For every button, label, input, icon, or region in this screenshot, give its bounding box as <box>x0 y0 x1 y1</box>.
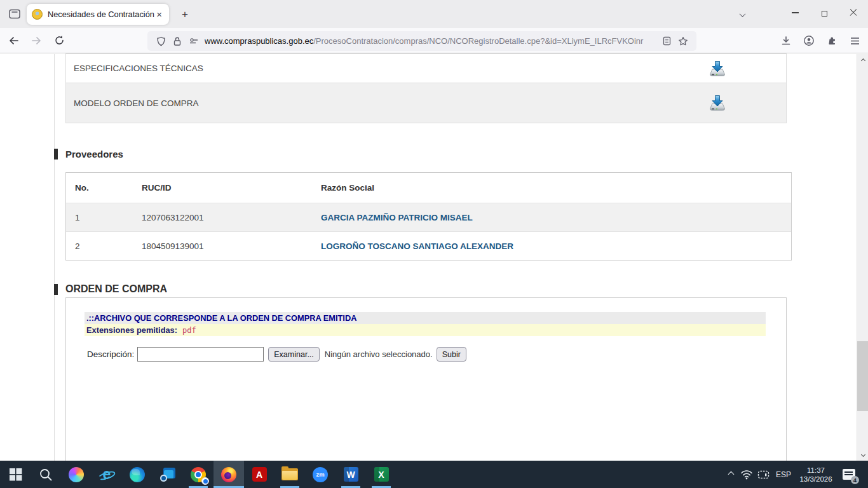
account-icon <box>803 35 815 46</box>
forward-icon <box>31 36 42 46</box>
url-text[interactable]: www.compraspublicas.gob.ec/ProcesoContra… <box>205 36 658 46</box>
column-header-razon: Razón Social <box>312 183 791 193</box>
document-row: MODELO ORDEN DE COMPRA <box>66 83 786 123</box>
maximize-button[interactable] <box>810 0 839 25</box>
provider-name-link[interactable]: GARCIA PAZMIÑO PATRICIO MISAEL <box>312 213 791 222</box>
chrome-profile-badge <box>201 477 209 485</box>
system-tray: ESP 11:37 13/3/2026 4 <box>723 461 868 488</box>
windows-logo-icon <box>9 468 22 481</box>
minimize-button[interactable] <box>780 0 810 25</box>
taskbar-firefox-active[interactable] <box>214 461 244 488</box>
close-icon <box>850 9 857 17</box>
taskbar-word[interactable]: W <box>336 461 366 488</box>
notification-center-button[interactable]: 4 <box>836 461 862 488</box>
menu-button[interactable] <box>844 31 865 50</box>
back-button[interactable] <box>4 31 23 50</box>
bookmark-star-icon[interactable] <box>675 33 691 50</box>
close-window-button[interactable] <box>839 0 868 25</box>
taskbar-excel[interactable]: X <box>366 461 397 488</box>
taskbar-file-explorer[interactable] <box>275 461 305 488</box>
windows-taskbar: e A zm W <box>0 461 868 488</box>
downloads-button[interactable] <box>775 31 797 50</box>
url-domain: www.compraspublicas.gob.ec <box>205 36 313 46</box>
table-row: 1 1207063122001 GARCIA PAZMIÑO PATRICIO … <box>66 203 791 231</box>
extensions-icon <box>827 36 837 46</box>
download-icon[interactable] <box>708 94 727 112</box>
edge-icon <box>130 467 145 482</box>
search-icon <box>39 468 53 482</box>
scrollbar-thumb[interactable] <box>857 341 868 411</box>
lock-icon[interactable] <box>169 33 186 50</box>
examinar-button[interactable]: Examinar... <box>268 347 320 362</box>
url-path: /ProcesoContratacion/compras/NCO/NCORegi… <box>313 36 643 46</box>
taskbar-outlook[interactable] <box>153 461 183 488</box>
browser-tab[interactable]: Necesidades de Contratación y × <box>27 4 169 25</box>
taskbar-internet-explorer[interactable]: e <box>92 461 122 488</box>
subir-button[interactable]: Subir <box>437 347 466 362</box>
reader-mode-icon[interactable] <box>658 33 675 50</box>
file-explorer-icon <box>281 468 298 480</box>
internet-explorer-icon: e <box>98 466 116 483</box>
taskbar-chrome[interactable] <box>183 461 214 488</box>
firefox-view-icon <box>9 9 20 19</box>
permissions-icon[interactable] <box>186 33 202 50</box>
url-bar[interactable]: www.compraspublicas.gob.ec/ProcesoContra… <box>147 31 696 51</box>
taskbar-zoom[interactable]: zm <box>305 461 336 488</box>
notification-badge: 4 <box>851 476 859 484</box>
scroll-up-button[interactable] <box>857 55 868 65</box>
proveedores-section-header: Proveedores <box>54 149 123 159</box>
taskbar-copilot[interactable] <box>61 461 92 488</box>
back-icon <box>8 36 19 46</box>
reload-button[interactable] <box>50 31 69 50</box>
forward-button[interactable] <box>27 31 46 50</box>
section-bar <box>54 149 58 159</box>
file-status-text: Ningún archivo seleccionado. <box>325 349 433 359</box>
tracking-shield-icon[interactable] <box>153 33 169 50</box>
browser-tabbar: Necesidades de Contratación y × + <box>0 0 868 28</box>
extensiones-strip: Extensiones pemitidas:pdf <box>85 324 766 336</box>
taskbar-acrobat[interactable]: A <box>244 461 275 488</box>
firefox-view-button[interactable] <box>5 6 24 22</box>
provider-name-link[interactable]: LOGROÑO TOSCANO SANTIAGO ALEXANDER <box>312 241 791 251</box>
cell-ruc: 1207063122001 <box>133 213 312 222</box>
extensions-button[interactable] <box>821 31 843 50</box>
proveedores-title: Proveedores <box>65 149 123 159</box>
descripcion-label: Descripción: <box>87 349 134 359</box>
wifi-icon <box>740 469 753 480</box>
list-all-tabs-button[interactable] <box>734 8 750 21</box>
orden-title: ORDEN DE COMPRA <box>65 283 167 295</box>
content-left-border <box>54 54 55 461</box>
window-controls <box>780 0 868 25</box>
firefox-icon <box>221 467 236 482</box>
new-tab-button[interactable]: + <box>177 6 193 22</box>
tab-close-icon[interactable]: × <box>154 9 164 20</box>
document-row: ESPECIFICACIONES TÉCNICAS <box>66 54 786 83</box>
account-button[interactable] <box>798 31 820 50</box>
connect-icon <box>757 470 770 480</box>
clock[interactable]: 11:37 13/3/2026 <box>796 461 836 488</box>
extensiones-label: Extensiones pemitidas: <box>86 325 177 335</box>
tab-title: Necesidades de Contratación y <box>48 10 154 19</box>
descripcion-input[interactable] <box>137 347 264 362</box>
cell-no: 2 <box>66 241 133 251</box>
chevron-up-icon <box>728 471 734 478</box>
tray-time: 11:37 <box>807 466 825 475</box>
wifi-button[interactable] <box>738 461 755 488</box>
language-indicator[interactable]: ESP <box>771 461 796 488</box>
start-button[interactable] <box>0 461 31 488</box>
reload-icon <box>54 35 65 46</box>
cell-ruc: 1804509139001 <box>133 241 312 251</box>
taskbar-search-button[interactable] <box>31 461 61 488</box>
hidden-icons-button[interactable] <box>723 461 738 488</box>
document-label: MODELO ORDEN DE COMPRA <box>74 98 199 108</box>
taskbar-edge[interactable] <box>122 461 153 488</box>
downloads-icon <box>781 36 791 46</box>
restore-icon <box>822 11 827 17</box>
screen: Necesidades de Contratación y × + <box>0 0 868 488</box>
upload-form-row: Descripción: Examinar... Ningún archivo … <box>87 347 786 362</box>
connect-button[interactable] <box>755 461 771 488</box>
toolbar-right-icons <box>774 28 865 53</box>
download-icon[interactable] <box>708 60 727 78</box>
page-scrollbar[interactable] <box>857 54 868 461</box>
scroll-down-button[interactable] <box>857 449 868 459</box>
